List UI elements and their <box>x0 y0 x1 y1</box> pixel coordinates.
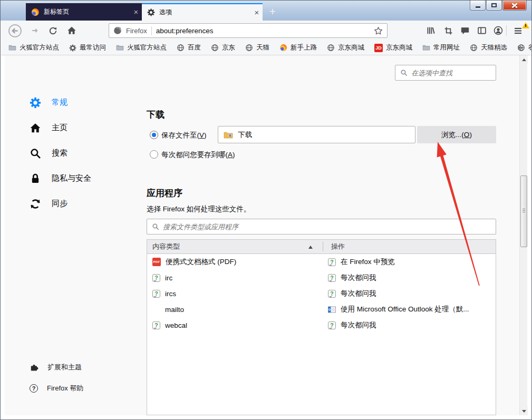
bookmark-item[interactable]: 京东 <box>211 43 235 52</box>
table-row[interactable]: mailto 使用 Microsoft Office Outlook 处理（默.… <box>147 301 496 317</box>
bookmark-item[interactable]: 天猫 <box>245 43 269 52</box>
scroll-down-icon <box>522 410 526 413</box>
menu-button[interactable] <box>509 23 526 38</box>
account-button[interactable] <box>491 23 506 38</box>
maximize-icon <box>491 3 497 7</box>
column-header-content-type[interactable]: 内容类型 <box>147 242 180 251</box>
sort-ascending-icon <box>308 246 313 249</box>
save-files-radio[interactable] <box>150 131 158 139</box>
save-files-label[interactable]: 保存文件至(V) <box>161 131 207 140</box>
table-row[interactable]: ?irc ?每次都问我 <box>147 270 496 286</box>
extensions-themes-link[interactable]: 扩展和主题 <box>30 361 83 374</box>
pdf-icon: PDF <box>152 258 161 266</box>
sidebar-item-general[interactable]: 常规 <box>30 95 91 110</box>
firefox-help-link[interactable]: ? Firefox 帮助 <box>30 382 83 395</box>
content-type-label: mailto <box>165 306 184 314</box>
bookmark-item[interactable]: 百度 <box>177 43 201 52</box>
scrollbar-thumb[interactable] <box>520 175 527 247</box>
bookmark-label: 京东 <box>222 43 235 52</box>
find-in-options-input[interactable] <box>411 69 491 77</box>
tab-close-icon[interactable]: × <box>251 8 263 16</box>
minimize-button[interactable] <box>470 1 486 11</box>
page-scrollbar[interactable] <box>519 55 527 415</box>
scroll-down-button[interactable] <box>520 407 528 415</box>
tab-close-icon[interactable]: × <box>130 8 142 16</box>
bookmark-star-icon[interactable] <box>374 26 383 35</box>
toolbar-separator <box>506 25 507 36</box>
sidebar-button[interactable] <box>475 23 489 38</box>
reload-button[interactable] <box>45 23 60 38</box>
scroll-up-button[interactable] <box>520 55 528 64</box>
home-icon <box>30 122 41 134</box>
table-row[interactable]: PDF便携式文档格式 (PDF) ?在 Firefox 中预览 <box>147 254 496 270</box>
sidebar-item-sync[interactable]: 同步 <box>30 197 91 211</box>
download-folder-icon <box>224 131 233 139</box>
gear-icon <box>30 97 41 109</box>
bookmark-folder[interactable]: 火狐官方站点 <box>116 43 167 52</box>
ask-icon: ? <box>152 290 160 298</box>
sync-icon <box>30 198 41 210</box>
table-row[interactable]: ?ircs ?每次都问我 <box>147 286 496 301</box>
bookmark-label: 谷歌 <box>528 43 532 52</box>
download-folder-field[interactable]: 下载 <box>218 126 415 143</box>
globe-icon <box>177 44 185 52</box>
applications-search-input[interactable] <box>163 223 491 231</box>
find-in-options-box[interactable] <box>395 65 496 81</box>
action-label: 每次都问我 <box>341 289 376 298</box>
scroll-up-icon <box>522 58 526 61</box>
tab-title: 选项 <box>159 8 251 17</box>
back-button[interactable] <box>7 23 22 38</box>
bookmark-item[interactable]: JD京东商城 <box>374 43 412 52</box>
bookmark-label: 火狐官方站点 <box>20 43 59 52</box>
tab-options[interactable]: 选项 × <box>142 3 263 21</box>
bookmark-item[interactable]: 新手上路 <box>279 43 317 52</box>
sidebar-item-search[interactable]: 搜索 <box>30 146 91 160</box>
search-icon <box>30 148 41 159</box>
action-cell[interactable]: ?在 Firefox 中预览 <box>323 257 496 267</box>
new-tab-button[interactable]: + <box>266 5 279 19</box>
browse-button[interactable]: 浏览...(O) <box>417 126 496 143</box>
column-separator <box>323 242 323 251</box>
bookmark-label: 京东商城 <box>386 43 412 52</box>
home-button[interactable] <box>64 23 79 38</box>
ask-icon: ? <box>152 321 160 329</box>
sidebar-label: 搜索 <box>52 148 67 158</box>
bookmark-label: 新手上路 <box>291 43 317 52</box>
library-button[interactable] <box>423 23 438 38</box>
action-cell[interactable]: 使用 Microsoft Office Outlook 处理（默... <box>323 305 496 314</box>
bookmark-item[interactable]: 京东商城 <box>327 43 364 52</box>
action-cell[interactable]: ?每次都问我 <box>323 320 496 330</box>
bookmark-label: 百度 <box>188 43 201 52</box>
url-bar[interactable]: Firefox about:preferences <box>109 23 388 38</box>
bookmark-label: 天猫 <box>256 43 269 52</box>
applications-search-box[interactable] <box>147 219 496 235</box>
forward-button[interactable] <box>27 23 42 38</box>
content-type-label: irc <box>165 274 172 282</box>
titlebar: 新标签页 × 选项 × + <box>1 1 531 21</box>
globe-icon <box>211 44 219 52</box>
bookmark-label: 天猫精选 <box>481 43 507 52</box>
action-cell[interactable]: ?每次都问我 <box>323 289 496 298</box>
sidebar-footer: 扩展和主题 ? Firefox 帮助 <box>30 361 83 395</box>
ask-icon: ? <box>328 258 336 266</box>
sidebar-item-privacy[interactable]: 隐私与安全 <box>30 171 91 185</box>
action-cell[interactable]: ?每次都问我 <box>323 273 496 282</box>
ask-icon: ? <box>328 290 336 298</box>
bookmark-item[interactable]: 天猫精选 <box>470 43 507 52</box>
always-ask-radio[interactable] <box>150 150 158 159</box>
maximize-button[interactable] <box>486 1 502 11</box>
column-header-action[interactable]: 操作 <box>331 242 345 251</box>
bookmark-folder[interactable]: 常用网址 <box>422 43 460 52</box>
globe-icon <box>327 44 335 52</box>
bookmark-most-visited[interactable]: 最常访问 <box>69 43 106 52</box>
bookmark-folder[interactable]: 火狐官方站点 <box>8 43 59 52</box>
bookmarks-overflow-chevron[interactable]: » <box>518 42 523 53</box>
close-button[interactable] <box>502 1 527 11</box>
tab-new-tab[interactable]: 新标签页 × <box>26 3 142 21</box>
always-ask-label[interactable]: 每次都问您要存到哪(A) <box>161 150 235 160</box>
table-row[interactable]: ?webcal ?每次都问我 <box>147 317 496 333</box>
chat-button[interactable] <box>458 23 472 38</box>
sidebar-item-home[interactable]: 主页 <box>30 121 91 135</box>
no-icon-spacer <box>152 306 160 314</box>
screenshot-button[interactable] <box>441 23 456 38</box>
